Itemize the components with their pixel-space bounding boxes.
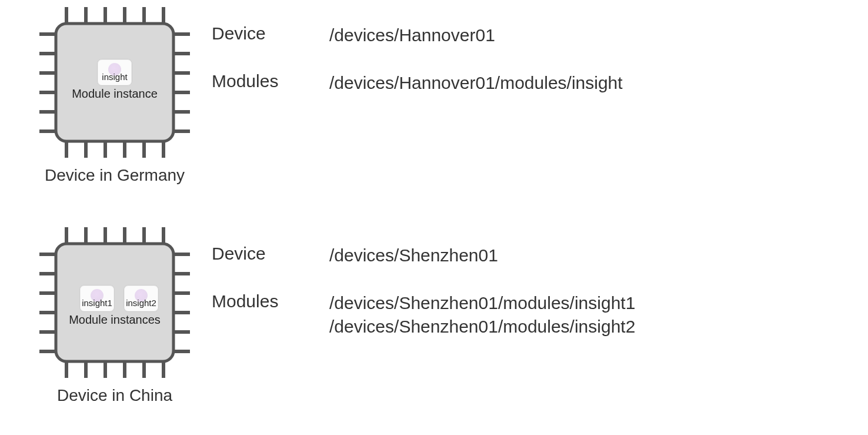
module-instance-box: insight1 bbox=[79, 285, 115, 312]
info-value-module-paths: /devices/Hannover01/modules/insight bbox=[329, 71, 623, 95]
info-label-device: Device bbox=[212, 24, 329, 44]
module-name: insight bbox=[102, 72, 127, 82]
info-value-device-path: /devices/Hannover01 bbox=[329, 24, 495, 48]
info-value-device-path: /devices/Shenzhen01 bbox=[329, 244, 498, 268]
module-path: /devices/Shenzhen01/modules/insight1 bbox=[329, 291, 635, 316]
chip-diagram: insightModule instanceDevice in Germany bbox=[0, 0, 212, 185]
info-row-modules: Modules/devices/Hannover01/modules/insig… bbox=[212, 71, 868, 95]
info-label-modules: Modules bbox=[212, 291, 329, 311]
module-instance-box: insight2 bbox=[123, 285, 159, 312]
info-label-device: Device bbox=[212, 244, 329, 264]
module-path: /devices/Shenzhen01/modules/insight2 bbox=[329, 315, 635, 339]
info-label-modules: Modules bbox=[212, 71, 329, 91]
module-name: insight1 bbox=[82, 298, 112, 308]
module-caption: Module instances bbox=[32, 313, 197, 327]
device-row: insight1insight2Module instancesDevice i… bbox=[0, 220, 868, 405]
info-row-device: Device/devices/Shenzhen01 bbox=[212, 244, 868, 268]
module-instance-box: insight bbox=[97, 59, 132, 86]
device-row: insightModule instanceDevice in GermanyD… bbox=[0, 0, 868, 185]
device-info: Device/devices/Hannover01Modules/devices… bbox=[212, 0, 868, 118]
info-row-modules: Modules/devices/Shenzhen01/modules/insig… bbox=[212, 291, 868, 339]
chip-icon: insightModule instance bbox=[32, 0, 197, 165]
device-caption: Device in Germany bbox=[45, 166, 185, 185]
info-value-module-paths: /devices/Shenzhen01/modules/insight1/dev… bbox=[329, 291, 635, 339]
module-caption: Module instance bbox=[32, 87, 197, 101]
device-info: Device/devices/Shenzhen01Modules/devices… bbox=[212, 220, 868, 363]
module-path: /devices/Hannover01/modules/insight bbox=[329, 71, 623, 95]
device-caption: Device in China bbox=[57, 386, 172, 405]
chip-diagram: insight1insight2Module instancesDevice i… bbox=[0, 220, 212, 405]
module-name: insight2 bbox=[126, 298, 156, 308]
info-row-device: Device/devices/Hannover01 bbox=[212, 24, 868, 48]
chip-icon: insight1insight2Module instances bbox=[32, 220, 197, 385]
